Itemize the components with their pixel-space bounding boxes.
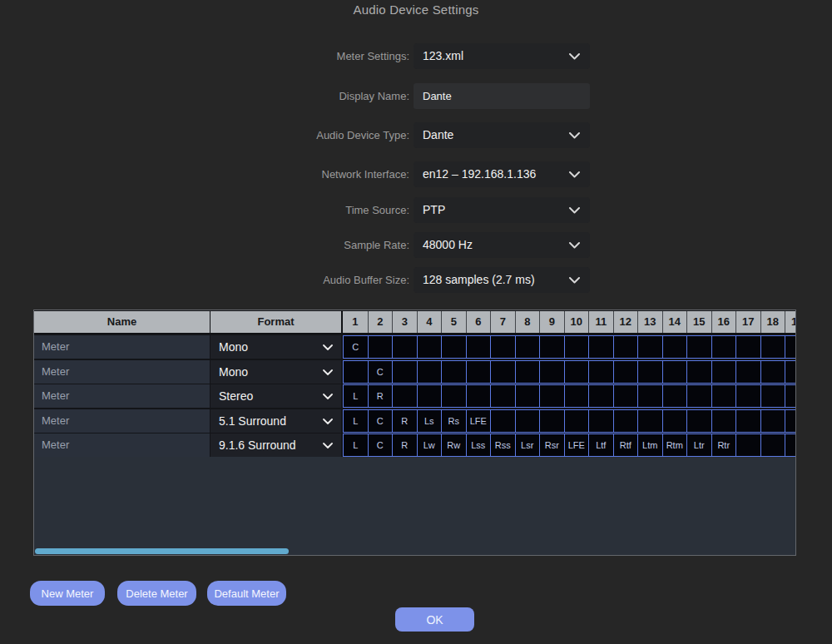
channel-cell[interactable] [490,335,515,359]
channel-cell[interactable]: Rw [441,433,466,457]
channel-cell[interactable] [686,409,711,433]
channel-cell[interactable] [711,335,736,359]
channel-cell[interactable] [711,384,736,408]
channel-cell[interactable] [539,335,564,359]
default-meter-button[interactable]: Default Meter [207,581,286,606]
channel-cell[interactable]: Rtm [662,433,687,457]
time-source-dropdown[interactable]: PTP [414,197,590,223]
channel-cell[interactable]: Rs [441,409,466,433]
channel-cell[interactable]: Lss [466,433,491,457]
meter-name-cell[interactable]: Meter [34,335,210,359]
channel-cell[interactable] [564,384,589,408]
channel-cell[interactable] [392,360,417,384]
channel-cell[interactable]: R [392,433,417,457]
channel-cell[interactable]: C [368,433,393,457]
channel-cell[interactable] [515,409,540,433]
channel-cell[interactable] [662,384,687,408]
channel-cell[interactable] [539,384,564,408]
channel-cell[interactable] [392,335,417,359]
channel-cell[interactable] [539,360,564,384]
channel-cell[interactable] [564,335,589,359]
channel-cell[interactable] [466,335,491,359]
audio-device-type-dropdown[interactable]: Dante [414,122,590,148]
channel-cell[interactable] [613,384,638,408]
channel-cell[interactable] [686,335,711,359]
format-dropdown[interactable]: Mono [210,335,341,359]
channel-cell[interactable] [613,409,638,433]
channel-cell[interactable] [760,384,785,408]
delete-meter-button[interactable]: Delete Meter [117,581,196,606]
channel-cell[interactable] [613,335,638,359]
format-dropdown[interactable]: Stereo [210,384,341,408]
channel-cell[interactable] [711,360,736,384]
format-dropdown[interactable]: 9.1.6 Surround [210,433,341,457]
channel-cell[interactable] [785,384,795,408]
channel-cell[interactable] [417,384,442,408]
channel-cell[interactable] [417,360,442,384]
channel-cell[interactable] [662,335,687,359]
network-interface-dropdown[interactable]: en12 – 192.168.1.136 [414,161,590,187]
channel-cell[interactable] [466,384,491,408]
channel-cell[interactable] [539,409,564,433]
channel-cell[interactable] [637,335,662,359]
channel-cell[interactable] [588,409,613,433]
sample-rate-dropdown[interactable]: 48000 Hz [414,232,590,258]
channel-cell[interactable] [785,409,795,433]
channel-cell[interactable] [490,409,515,433]
channel-cell[interactable] [588,384,613,408]
channel-cell[interactable] [686,360,711,384]
channel-cell[interactable] [564,360,589,384]
channel-cell[interactable] [735,360,760,384]
channel-cell[interactable] [466,360,491,384]
channel-cell[interactable] [785,433,795,457]
channel-cell[interactable]: C [368,409,393,433]
channel-cell[interactable] [637,360,662,384]
channel-cell[interactable] [441,384,466,408]
channel-cell[interactable]: C [343,335,368,359]
display-name-input[interactable] [414,83,590,109]
channel-cell[interactable] [515,360,540,384]
channel-cell[interactable] [711,409,736,433]
channel-cell[interactable] [637,384,662,408]
channel-cell[interactable]: C [368,360,393,384]
channel-cell[interactable] [368,335,393,359]
channel-cell[interactable] [662,360,687,384]
channel-cell[interactable] [515,335,540,359]
meter-name-cell[interactable]: Meter [34,409,210,433]
channel-cell[interactable]: L [343,433,368,457]
channel-cell[interactable] [613,360,638,384]
channel-cell[interactable] [785,360,795,384]
channel-cell[interactable] [490,384,515,408]
channel-cell[interactable]: R [392,409,417,433]
channel-cell[interactable] [686,384,711,408]
channel-cell[interactable] [564,409,589,433]
channel-cell[interactable]: L [343,409,368,433]
channel-cell[interactable]: LFE [564,433,589,457]
channel-cell[interactable]: Ls [417,409,442,433]
horizontal-scrollbar[interactable] [35,548,289,554]
channel-cell[interactable] [662,409,687,433]
channel-cell[interactable] [735,433,760,457]
meter-name-cell[interactable]: Meter [34,360,210,384]
channel-cell[interactable]: R [368,384,393,408]
channel-cell[interactable] [735,335,760,359]
channel-cell[interactable] [441,360,466,384]
channel-cell[interactable] [588,335,613,359]
channel-cell[interactable] [417,335,442,359]
channel-cell[interactable] [515,384,540,408]
channel-cell[interactable]: Rss [490,433,515,457]
meter-name-cell[interactable]: Meter [34,384,210,408]
ok-button[interactable]: OK [395,607,474,632]
channel-cell[interactable]: Rtr [711,433,736,457]
format-dropdown[interactable]: 5.1 Surround [210,409,341,433]
channel-cell[interactable] [637,409,662,433]
channel-cell[interactable] [735,409,760,433]
meter-name-cell[interactable]: Meter [34,433,210,457]
channel-cell[interactable]: Ltr [686,433,711,457]
channel-cell[interactable]: Lw [417,433,442,457]
channel-cell[interactable]: Rtf [613,433,638,457]
channel-cell[interactable]: LFE [466,409,491,433]
channel-cell[interactable]: Ltf [588,433,613,457]
channel-cell[interactable]: L [343,384,368,408]
channel-cell[interactable] [760,360,785,384]
